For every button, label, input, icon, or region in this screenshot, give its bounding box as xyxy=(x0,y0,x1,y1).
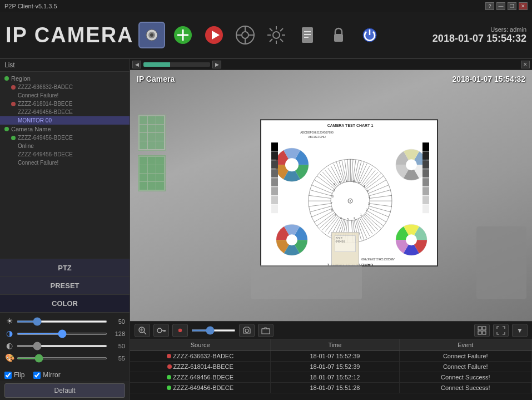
folder-icon xyxy=(261,326,270,335)
hue-icon: 🎨 xyxy=(4,353,14,363)
time-cell: 18-01-07 15:52:12 xyxy=(271,372,399,383)
cam-toolbar-top: ◀ ▶ ✕ xyxy=(130,59,532,70)
svg-text:CAMERA TEST CHART 1: CAMERA TEST CHART 1 xyxy=(327,124,373,127)
event-table-container: Source Time Event ZZZZ-636632-BADEC 18-0… xyxy=(130,339,532,400)
add-button[interactable] xyxy=(170,22,196,48)
svg-line-19 xyxy=(270,28,272,31)
zoom-slider[interactable] xyxy=(191,329,236,332)
tree-label: Region xyxy=(11,75,31,82)
tree-item-2b[interactable]: ZZZZ-649456-BDECE xyxy=(0,150,130,159)
svg-line-21 xyxy=(280,28,283,31)
grid-view-button[interactable] xyxy=(474,324,490,337)
svg-point-130 xyxy=(406,234,417,245)
record-button[interactable]: ⏺ xyxy=(172,324,188,337)
app-title: IP CAMERA xyxy=(6,23,134,47)
tree-item-1b[interactable]: MONITOR 00 xyxy=(0,116,130,125)
power-icon xyxy=(360,25,380,45)
mirror-label-text: Mirror xyxy=(43,371,60,379)
ptz-button[interactable] xyxy=(232,22,258,48)
window-cell xyxy=(156,116,164,124)
ptz-button[interactable]: PTZ xyxy=(0,259,130,277)
cam-back-btn[interactable]: ◀ xyxy=(132,61,141,68)
tree-item-camera[interactable]: Camera Name xyxy=(0,125,130,134)
brightness-slider[interactable] xyxy=(17,320,107,323)
event-cell: Connect Success! xyxy=(399,383,531,393)
flip-checkbox[interactable] xyxy=(4,372,12,379)
svg-text:8: 8 xyxy=(332,195,334,198)
svg-rect-141 xyxy=(271,151,278,160)
snap-button[interactable] xyxy=(239,324,255,337)
tree-item-1a[interactable]: ZZZZ-649456-BDECE xyxy=(0,108,130,116)
window-cell xyxy=(140,125,147,132)
window-cell xyxy=(156,125,164,132)
help-button[interactable]: ? xyxy=(485,2,494,10)
hue-slider[interactable] xyxy=(17,357,107,359)
svg-text:1: 1 xyxy=(360,213,362,216)
color-button[interactable]: COLOR xyxy=(0,295,130,313)
flip-label[interactable]: Flip xyxy=(4,371,24,379)
key-icon xyxy=(157,326,166,335)
power-button[interactable] xyxy=(356,22,383,48)
tree-item-2a[interactable]: Online xyxy=(0,142,130,150)
zoom-button[interactable] xyxy=(135,324,150,337)
tree-item-region[interactable]: Region xyxy=(0,74,130,83)
key-button[interactable] xyxy=(153,324,169,337)
lock-button[interactable] xyxy=(325,22,352,48)
file-button[interactable] xyxy=(294,22,321,48)
app-version-label: P2P Client-v5.1.3.5 xyxy=(4,3,57,9)
camera-nav-icon[interactable] xyxy=(138,22,165,48)
cam-controls-toolbar: ⏺ xyxy=(130,321,532,339)
more-button[interactable]: ▼ xyxy=(512,324,528,337)
svg-point-14 xyxy=(273,32,280,38)
cam-close-btn[interactable]: ✕ xyxy=(521,61,530,68)
fullscreen-button[interactable] xyxy=(493,324,509,337)
tree-label: ZZZZ-636632-BADEC xyxy=(18,84,73,90)
fullscreen-icon xyxy=(496,326,505,335)
hue-row: 🎨 55 xyxy=(4,353,125,363)
default-button[interactable]: Default xyxy=(4,383,125,398)
minimize-button[interactable]: — xyxy=(496,2,505,10)
tree-item-1[interactable]: ZZZZ-618014-BBECE xyxy=(0,100,130,108)
mirror-label[interactable]: Mirror xyxy=(33,371,60,379)
tree-item-0[interactable]: ZZZZ-636632-BADEC xyxy=(0,83,130,91)
svg-point-159 xyxy=(245,329,248,332)
table-row: ZZZZ-649456-BDECE 18-01-07 15:51:28 Conn… xyxy=(130,383,532,393)
restore-button[interactable]: ❐ xyxy=(508,2,516,10)
play-icon xyxy=(204,25,224,45)
zoom-icon xyxy=(138,326,147,335)
tree-item-0a[interactable]: Connect Failure! xyxy=(0,91,130,100)
window-cell xyxy=(140,133,147,141)
settings-button[interactable] xyxy=(263,22,290,48)
source-header: Source xyxy=(130,339,271,351)
event-dot xyxy=(167,375,171,379)
saturation-slider[interactable] xyxy=(17,345,107,347)
svg-rect-147 xyxy=(271,205,278,213)
cam-forward-btn[interactable]: ▶ xyxy=(212,61,221,68)
mirror-checkbox[interactable] xyxy=(33,372,41,379)
svg-text:1: 1 xyxy=(368,202,370,205)
brightness-icon: ☀ xyxy=(4,317,14,327)
contrast-value: 128 xyxy=(110,330,125,337)
table-object xyxy=(251,265,362,299)
device-tree[interactable]: Region ZZZZ-636632-BADEC Connect Failure… xyxy=(0,72,130,259)
titlebar: P2P Client-v5.1.3.5 ? — ❐ ✕ xyxy=(0,0,532,12)
tree-item-2c[interactable]: Connect Failure! xyxy=(0,159,130,167)
play-button[interactable] xyxy=(201,22,227,48)
svg-rect-136 xyxy=(422,187,429,195)
svg-point-33 xyxy=(285,158,299,171)
window-cell xyxy=(148,116,156,124)
tree-item-2[interactable]: ZZZZ-649456-BDECE xyxy=(0,134,130,142)
source-cell: ZZZZ-618014-BBECE xyxy=(130,362,271,372)
close-button[interactable]: ✕ xyxy=(519,2,528,10)
preset-button[interactable]: PRESET xyxy=(0,277,130,295)
window-grid-2 xyxy=(138,155,166,191)
svg-point-155 xyxy=(157,328,162,333)
folder-button[interactable] xyxy=(258,324,274,337)
svg-text:6: 6 xyxy=(353,180,355,183)
svg-rect-132 xyxy=(422,151,429,160)
svg-text:3: 3 xyxy=(367,189,369,192)
status-dot-green xyxy=(4,127,9,131)
window-cell xyxy=(148,174,156,181)
contrast-slider[interactable] xyxy=(17,333,107,335)
svg-text:4: 4 xyxy=(340,216,342,220)
